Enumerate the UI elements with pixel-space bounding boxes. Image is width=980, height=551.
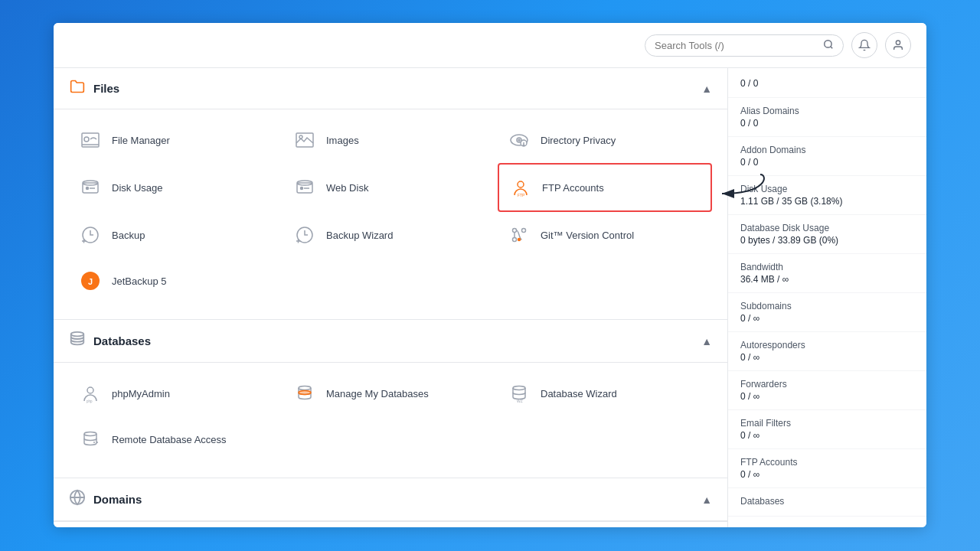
- stat-row-bandwidth: Bandwidth 36.4 MB / ∞: [728, 254, 926, 293]
- domains-chevron: ▲: [701, 494, 712, 506]
- stat-row-email-filters: Email Filters 0 / ∞: [728, 410, 926, 449]
- svg-point-4: [84, 137, 89, 142]
- stat-top-value: 0 / 0: [740, 78, 758, 89]
- git-label: Git™ Version Control: [541, 230, 634, 241]
- right-panel: 0 / 0 Alias Domains 0 / 0 Addon Domains …: [727, 68, 926, 527]
- stat-subdomains-label: Subdomains: [740, 301, 914, 311]
- stat-bandwidth-label: Bandwidth: [740, 262, 914, 272]
- svg-point-16: [87, 187, 89, 190]
- db-wizard-item[interactable]: WZ Database Wizard: [498, 370, 712, 416]
- directory-privacy-icon: [505, 126, 533, 154]
- left-panel: Files ▲: [54, 68, 727, 527]
- svg-point-39: [87, 387, 93, 393]
- stat-row-alias: Alias Domains 0 / 0: [728, 98, 926, 137]
- databases-chevron: ▲: [701, 335, 712, 347]
- backup-label: Backup: [112, 230, 145, 241]
- stat-email-filters-label: Email Filters: [740, 418, 914, 429]
- databases-section: Databases ▲ php phpM: [54, 320, 727, 478]
- svg-point-35: [518, 239, 521, 241]
- backup-item[interactable]: Backup: [69, 212, 283, 258]
- phpmyadmin-item[interactable]: php phpMyAdmin: [69, 370, 283, 416]
- svg-point-38: [71, 332, 84, 337]
- svg-point-20: [301, 187, 303, 190]
- domains-section-header[interactable]: Domains ▲: [54, 478, 727, 521]
- web-disk-item[interactable]: Web Disk: [283, 163, 498, 212]
- svg-text:WZ: WZ: [517, 399, 523, 403]
- stat-addon-label: Addon Domains: [740, 145, 914, 155]
- remote-db-item[interactable]: Remote Database Access: [69, 416, 283, 462]
- stat-ftp-label: FTP Accounts: [740, 457, 914, 468]
- images-icon: [291, 126, 318, 154]
- jetbackup-item[interactable]: J JetBackup 5: [69, 258, 283, 304]
- stat-autoresponders-label: Autoresponders: [740, 340, 914, 350]
- stat-forwarders-label: Forwarders: [740, 379, 914, 390]
- directory-privacy-item[interactable]: Directory Privacy: [498, 117, 712, 163]
- stat-subdomains-value: 0 / ∞: [740, 313, 914, 324]
- git-item[interactable]: Git™ Version Control: [498, 212, 712, 258]
- stat-ftp-value: 0 / ∞: [740, 469, 914, 480]
- file-manager-label: File Manager: [112, 135, 170, 146]
- jetbackup-label: JetBackup 5: [112, 276, 167, 287]
- svg-point-10: [518, 139, 520, 141]
- disk-usage-label: Disk Usage: [112, 182, 162, 194]
- stats-top: 0 / 0: [728, 68, 926, 98]
- stat-databases-label: Databases: [740, 496, 914, 507]
- files-section-header[interactable]: Files ▲: [54, 68, 727, 109]
- svg-point-2: [896, 41, 900, 44]
- stat-autoresponders-value: 0 / ∞: [740, 352, 914, 363]
- file-manager-icon: [77, 126, 104, 154]
- svg-point-7: [299, 135, 302, 139]
- images-label: Images: [326, 135, 359, 146]
- db-wizard-label: Database Wizard: [541, 388, 617, 399]
- stat-bandwidth-value: 36.4 MB / ∞: [740, 274, 914, 285]
- stat-row-autoresponders: Autoresponders 0 / ∞: [728, 332, 926, 371]
- stat-alias-label: Alias Domains: [740, 106, 914, 116]
- file-manager-item[interactable]: File Manager: [69, 117, 283, 163]
- domains-title: Domains: [93, 493, 142, 506]
- search-input[interactable]: [655, 40, 823, 51]
- stat-forwarders-value: 0 / ∞: [740, 391, 914, 402]
- svg-point-22: [518, 181, 524, 187]
- main-container: Files ▲: [54, 23, 926, 527]
- database-icon: [69, 331, 86, 351]
- svg-point-33: [522, 229, 526, 233]
- stat-alias-value: 0 / 0: [740, 118, 914, 129]
- notifications-button[interactable]: [851, 32, 877, 58]
- phpmyadmin-label: phpMyAdmin: [112, 388, 170, 399]
- stat-row-db-disk: Database Disk Usage 0 bytes / 33.89 GB (…: [728, 215, 926, 254]
- backup-wizard-icon: [291, 221, 318, 249]
- user-button[interactable]: [885, 32, 911, 58]
- ftp-accounts-item[interactable]: FTP FTP Accounts: [498, 163, 712, 212]
- svg-rect-13: [523, 145, 525, 146]
- svg-line-1: [831, 46, 833, 48]
- images-item[interactable]: Images: [283, 117, 498, 163]
- stat-row-subdomains: Subdomains 0 / ∞: [728, 293, 926, 332]
- stat-db-disk-label: Database Disk Usage: [740, 223, 914, 233]
- databases-section-header[interactable]: Databases ▲: [54, 320, 727, 363]
- manage-db-item[interactable]: Manage My Databases: [283, 370, 498, 416]
- manage-db-icon: [291, 380, 318, 407]
- folder-icon: [69, 79, 86, 98]
- disk-usage-item[interactable]: Disk Usage: [69, 163, 283, 212]
- files-chevron: ▲: [701, 83, 712, 95]
- jetbackup-icon: J: [77, 267, 104, 295]
- stat-row-forwarders: Forwarders 0 / ∞: [728, 371, 926, 410]
- content-area: Files ▲: [54, 68, 926, 527]
- search-button[interactable]: [823, 39, 834, 52]
- ftp-accounts-icon: FTP: [507, 174, 534, 201]
- stat-addon-value: 0 / 0: [740, 157, 914, 168]
- manage-db-label: Manage My Databases: [326, 388, 429, 399]
- files-grid: File Manager Images: [54, 109, 727, 319]
- search-wrap[interactable]: [645, 34, 844, 57]
- stat-row-databases: Databases: [728, 488, 926, 517]
- svg-point-42: [299, 391, 311, 395]
- remote-db-icon: [77, 425, 104, 453]
- backup-icon: [77, 221, 104, 249]
- disk-usage-icon: [77, 174, 104, 201]
- backup-wizard-item[interactable]: Backup Wizard: [283, 212, 498, 258]
- top-bar: [54, 23, 926, 68]
- globe-icon: [69, 489, 86, 510]
- stat-email-filters-value: 0 / ∞: [740, 430, 914, 441]
- domains-section: Domains ▲: [54, 478, 727, 522]
- stat-row-ftp: FTP Accounts 0 / ∞: [728, 449, 926, 488]
